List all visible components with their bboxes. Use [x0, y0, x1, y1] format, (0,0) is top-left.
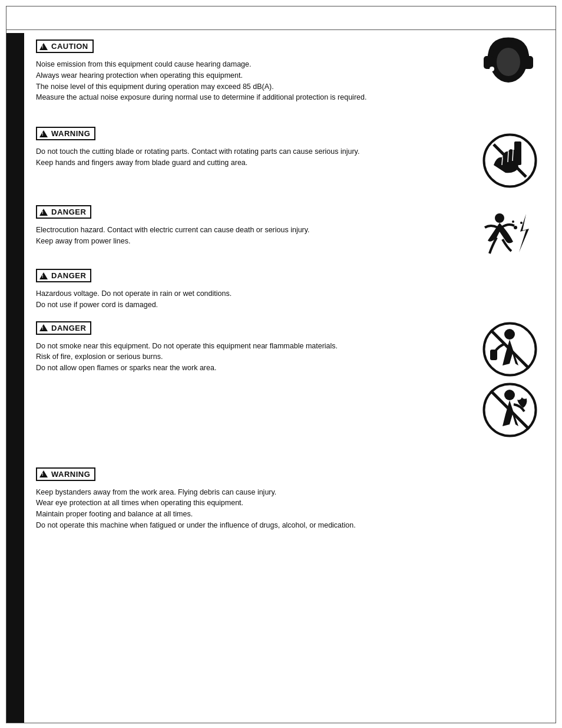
danger-label-2: DANGER — [51, 271, 86, 280]
section-danger-2: DANGER Hazardous voltage. Do not operate… — [36, 269, 544, 311]
danger-triangle-icon-3 — [39, 324, 48, 331]
badge-warning-2: WARNING — [36, 467, 95, 481]
badge-danger-1: DANGER — [36, 205, 91, 219]
section-warning-2: WARNING Keep bystanders away from the wo… — [36, 467, 544, 538]
section-danger-1: DANGER Electrocution hazard. Contact wit… — [36, 205, 544, 258]
svg-rect-14 — [490, 350, 497, 360]
badge-danger-3: DANGER — [36, 321, 91, 335]
warning-triangle-icon-2 — [39, 470, 48, 477]
section-warning-1: WARNING Do not touch the cutting blade o… — [36, 127, 544, 195]
no-smoking-svg — [482, 321, 538, 377]
svg-point-11 — [512, 220, 514, 223]
danger-label-1: DANGER — [51, 207, 86, 216]
warning-label: WARNING — [51, 129, 90, 138]
main-content: CAUTION Noise emission from this equipme… — [24, 30, 556, 723]
content-area: CAUTION Noise emission from this equipme… — [6, 30, 556, 723]
badge-danger-2: DANGER — [36, 269, 91, 282]
left-tab — [6, 33, 24, 723]
svg-point-8 — [495, 213, 504, 223]
svg-point-3 — [497, 48, 520, 76]
caution-triangle-icon — [39, 43, 48, 50]
warning-text: Do not touch the cutting blade or rotati… — [36, 146, 378, 169]
warning-label-2: WARNING — [51, 470, 90, 479]
svg-point-13 — [504, 329, 515, 340]
svg-point-10 — [520, 222, 523, 224]
hearing-protection-icon — [479, 34, 538, 98]
danger-triangle-icon-2 — [39, 272, 48, 279]
danger-label-3: DANGER — [51, 324, 86, 332]
danger-text-3: Do not smoke near this equipment. Do not… — [36, 341, 378, 374]
svg-rect-2 — [523, 56, 533, 69]
svg-point-9 — [514, 226, 517, 229]
prohibit-icons — [482, 321, 538, 438]
badge-warning: WARNING — [36, 127, 95, 140]
section-danger-3: DANGER Do not smoke near this equipment.… — [36, 321, 544, 457]
caution-label: CAUTION — [51, 42, 88, 51]
no-flame-svg — [482, 382, 538, 438]
danger-text-1: Electrocution hazard. Contact with elect… — [36, 225, 378, 247]
danger-text-2: Hazardous voltage. Do not operate in rai… — [36, 288, 378, 311]
badge-caution: CAUTION — [36, 39, 94, 53]
no-touching-svg — [482, 133, 538, 189]
svg-point-4 — [490, 67, 494, 71]
header-bar — [6, 6, 556, 30]
shock-svg — [479, 211, 544, 255]
page-wrapper: CAUTION Noise emission from this equipme… — [6, 6, 556, 723]
no-touching-icon — [482, 133, 538, 189]
electric-shock-icon — [479, 211, 538, 252]
warning-triangle-icon — [39, 130, 48, 137]
caution-text: Noise emission from this equipment could… — [36, 59, 378, 103]
svg-point-17 — [504, 390, 515, 400]
danger-triangle-icon-1 — [39, 209, 48, 216]
section-caution-1: CAUTION Noise emission from this equipme… — [36, 39, 544, 116]
hearing-icon-svg — [479, 34, 538, 98]
warning-text-2: Keep bystanders away from the work area.… — [36, 487, 378, 531]
